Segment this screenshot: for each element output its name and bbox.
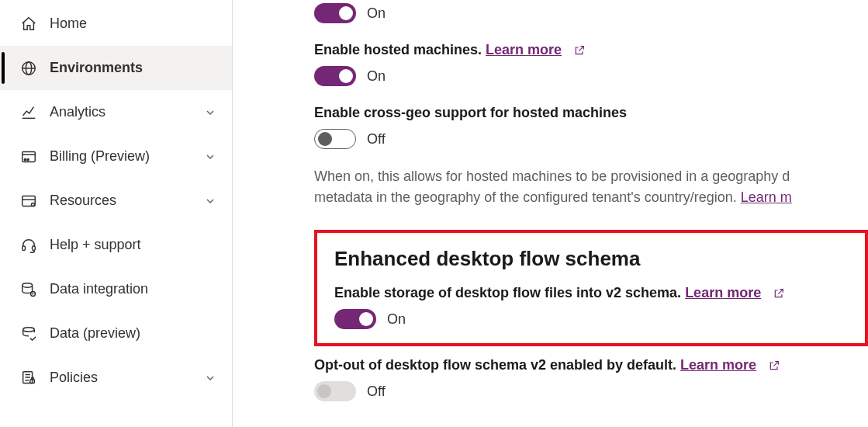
toggle-state-label: On [367, 68, 386, 85]
external-link-icon [573, 44, 586, 57]
data-preview-icon [20, 325, 37, 342]
svg-point-4 [27, 158, 29, 160]
external-link-icon [768, 359, 780, 372]
setting-title-text: Enable storage of desktop flow files int… [334, 285, 681, 300]
learn-more-link[interactable]: Learn more [486, 42, 562, 57]
setting-optout-v2: Opt-out of desktop flow schema v2 enable… [314, 357, 868, 401]
sidebar-item-label: Data integration [50, 281, 216, 297]
sidebar-item-analytics[interactable]: Analytics [0, 90, 232, 134]
svg-point-9 [22, 283, 33, 287]
data-integration-icon [20, 281, 37, 298]
analytics-icon [20, 104, 37, 121]
resources-icon [20, 193, 37, 210]
sidebar: Home Environments Analytics Billing (Pre… [0, 0, 233, 427]
sidebar-item-policies[interactable]: Policies [0, 356, 232, 400]
learn-more-link[interactable]: Learn more [680, 357, 756, 373]
home-icon [20, 16, 37, 33]
headset-icon [20, 237, 37, 254]
learn-more-link[interactable]: Learn more [685, 285, 761, 300]
setting-cross-geo: Enable cross-geo support for hosted mach… [314, 105, 868, 208]
sidebar-item-label: Help + support [50, 237, 216, 253]
sidebar-item-data-integration[interactable]: Data integration [0, 267, 232, 311]
chevron-down-icon [204, 106, 216, 119]
sidebar-item-label: Environments [50, 60, 216, 76]
sidebar-item-label: Billing (Preview) [50, 148, 204, 165]
billing-icon [20, 148, 37, 165]
setting-title-text: Opt-out of desktop flow schema v2 enable… [314, 357, 676, 373]
toggle-hosted-machines[interactable] [314, 66, 356, 86]
setting-hosted-machines: Enable hosted machines. Learn more On [314, 42, 868, 86]
sidebar-item-label: Data (preview) [50, 325, 216, 342]
toggle-cross-geo[interactable] [314, 129, 356, 149]
setting-title-text: Enable hosted machines. [314, 42, 482, 57]
setting-top-partial: On [314, 3, 868, 23]
chevron-down-icon [204, 151, 216, 163]
sidebar-item-label: Resources [50, 193, 204, 209]
toggle-optout-v2 [314, 381, 356, 401]
svg-rect-7 [22, 245, 26, 250]
sidebar-item-label: Analytics [50, 104, 204, 120]
sidebar-item-label: Home [50, 16, 216, 32]
toggle-state-label: On [367, 5, 386, 22]
sidebar-item-environments[interactable]: Environments [0, 46, 232, 90]
external-link-icon [773, 287, 785, 300]
sidebar-item-billing[interactable]: Billing (Preview) [0, 134, 232, 179]
sidebar-item-data-preview[interactable]: Data (preview) [0, 311, 232, 356]
setting-description: When on, this allows for hosted machines… [314, 166, 868, 208]
chevron-down-icon [204, 195, 216, 207]
sidebar-item-resources[interactable]: Resources [0, 179, 232, 223]
policies-icon [20, 370, 37, 387]
svg-rect-8 [33, 245, 36, 250]
svg-point-11 [23, 327, 35, 332]
sidebar-item-help[interactable]: Help + support [0, 223, 232, 267]
learn-more-link[interactable]: Learn m [741, 189, 792, 205]
toggle-state-label: Off [367, 131, 386, 148]
main-content: On Enable hosted machines. Learn more On… [233, 0, 868, 427]
globe-icon [20, 60, 37, 77]
sidebar-item-home[interactable]: Home [0, 2, 232, 46]
toggle-top[interactable] [314, 3, 356, 23]
section-enhanced-schema: Enhanced desktop flow schema Enable stor… [314, 230, 868, 346]
chevron-down-icon [204, 372, 216, 384]
toggle-state-label: Off [367, 384, 386, 400]
section-heading: Enhanced desktop flow schema [334, 247, 846, 271]
svg-point-3 [24, 158, 26, 160]
setting-title-text: Enable cross-geo support for hosted mach… [314, 105, 868, 121]
toggle-v2-schema[interactable] [334, 309, 376, 329]
toggle-state-label: On [387, 311, 406, 328]
svg-point-6 [31, 203, 34, 206]
svg-rect-5 [22, 196, 36, 206]
sidebar-item-label: Policies [50, 370, 204, 386]
